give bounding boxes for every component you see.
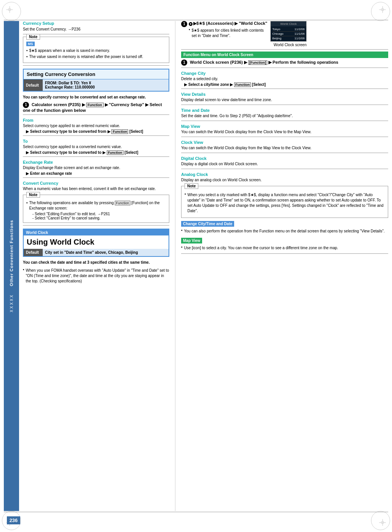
setting-currency-default: Default FROM: Dollar $ TO: Yen ¥ Exchang…	[24, 79, 169, 91]
function-menu-header: Function Menu on World Clock Screen	[181, 52, 388, 58]
change-city-instruction: ▶ Select a city/time zone ▶ Function [Se…	[184, 82, 388, 87]
wc-city-chicago: Chicago11/1/06	[272, 32, 305, 36]
sidebar-label: Other Convenient Functions	[9, 220, 14, 286]
right-step1: 1 ●▶$★$ (Accessories) ▶ "World Clock" Wo…	[181, 21, 388, 47]
intro-text: You can specify currency to be converted…	[23, 95, 169, 100]
right-step-number: 1	[181, 21, 187, 27]
page-outer: Other Convenient Functions XXXXX 236 Cur…	[0, 0, 392, 532]
setting-currency-title: Setting Currency Conversion	[24, 69, 169, 79]
exchange-rate-description: Display Exchange Rate screen and set an …	[23, 165, 169, 171]
right-step2-text: World Clock screen (P236) ▶ [Function] ▶…	[190, 60, 338, 64]
world-clock-screen-label: World Clock screen	[189, 43, 307, 47]
map-view-title: Map View	[181, 124, 388, 129]
crosshair-tr	[381, 8, 384, 11]
right-note-box: Note • When you select a city marked wit…	[181, 186, 388, 218]
clock-view-title: Clock View	[181, 140, 388, 145]
wc-city-beijing: Beijing11/2/06	[272, 36, 305, 40]
right-divider-5	[181, 121, 388, 121]
map-view-section: Map View You can switch the World Clock …	[181, 124, 388, 135]
map-view-note: Map View • Use [icon] to select a city. …	[181, 238, 388, 251]
from-section: From Select currency type applied to an …	[23, 118, 169, 134]
step1-text: Calculator screen (P235) ▶ Function ▶ "C…	[23, 102, 162, 113]
note-label-2: Note	[26, 192, 40, 198]
exchange-rate-title: Exchange Rate	[23, 160, 169, 164]
divider-7	[23, 225, 169, 226]
clock-view-description: You can switch the World Clock display f…	[181, 145, 388, 151]
from-instruction: ▶ Select currency type to be converted f…	[26, 129, 169, 134]
map-view-badge: Map View	[181, 238, 202, 243]
currency-setup-header: Currency Setup	[23, 21, 54, 26]
view-details-section: View Details Display detail screen to vi…	[181, 92, 388, 103]
map-view-note-text: • Use [icon] to select a city. You can m…	[181, 245, 388, 251]
change-city-section: Change City Delete a selected city. ▶ Se…	[181, 71, 388, 87]
time-and-date-title: Time and Date	[181, 108, 388, 113]
content-area: Currency Setup Set the Convert Currency.…	[23, 21, 388, 511]
currency-setup-description: Set the Convert Currency. →P236	[23, 27, 169, 32]
divider-4	[23, 135, 169, 136]
default-value: FROM: Dollar $ TO: Yen ¥ Exchange Rate: …	[43, 79, 169, 91]
divider-6	[23, 177, 169, 178]
world-clock-default-label: Default	[24, 249, 43, 256]
right-step2-number: 1	[181, 60, 187, 66]
wc-screen-header: World Clock	[271, 21, 306, 26]
world-clock-default: Default City set in "Date and Time" abov…	[24, 249, 169, 256]
right-divider-3	[181, 89, 388, 89]
view-details-title: View Details	[181, 92, 388, 97]
note-box-1: Note MS • $★$ appears when a value is sa…	[23, 37, 169, 63]
crosshair-br	[381, 521, 384, 524]
corner-decoration-tl	[2, 2, 21, 21]
digital-clock-section: Digital Clock Display a digital clock on…	[181, 156, 388, 167]
note-label-1: Note	[26, 34, 40, 40]
note-bullet-2: • The value saved in memory is retained …	[26, 54, 166, 60]
right-column: 1 ●▶$★$ (Accessories) ▶ "World Clock" Wo…	[175, 21, 388, 511]
bottom-border	[4, 512, 388, 512]
to-description: Select currency type applied to a conver…	[23, 144, 169, 150]
view-details-description: Display detail screen to view date/time …	[181, 97, 388, 103]
divider-1	[23, 34, 169, 34]
right-divider-2	[181, 68, 388, 68]
divider-2	[23, 65, 169, 66]
world-clock-intro: You can check the date and time at 3 spe…	[23, 260, 169, 265]
right-divider-end	[181, 253, 388, 254]
change-city-time-note: Change City/Time and Date • You can also…	[181, 221, 388, 235]
digital-clock-description: Display a digital clock on World Clock s…	[181, 161, 388, 167]
from-description: Select currency type applied to an enter…	[23, 123, 169, 129]
ms-badge: MS	[26, 42, 35, 46]
time-and-date-section: Time and Date Set the date and time. Go …	[181, 108, 388, 119]
note2-sub2: - Select "Cancel Entry" to cancel saving…	[32, 216, 166, 220]
divider-3	[23, 114, 169, 115]
divider-5	[23, 156, 169, 157]
world-clock-screen: World Clock Tokyo11/2/06 Chicago11/1/06 …	[270, 21, 307, 42]
top-border	[4, 20, 388, 20]
convert-currency-description: When a numeric value has been entered, c…	[23, 186, 169, 192]
wc-cities: Tokyo11/2/06 Chicago11/1/06 Beijing11/2/…	[271, 26, 306, 41]
crosshair-tl	[8, 8, 11, 11]
time-and-date-description: Set the date and time. Go to Step 2 (P50…	[181, 113, 388, 119]
right-divider-1	[181, 49, 388, 50]
change-city-description: Delete a selected city.	[181, 76, 388, 82]
right-step1-bullet: • $★$ appears for cities linked with con…	[189, 27, 267, 39]
change-city-time-badge: Change City/Time and Date	[181, 221, 234, 227]
to-instruction: ▶ Select currency type to be converted t…	[26, 150, 169, 155]
right-divider-8	[181, 169, 388, 169]
from-title: From	[23, 118, 169, 123]
page-number: 236	[7, 516, 20, 524]
right-step2: 1 World Clock screen (P236) ▶ [Function]…	[181, 60, 388, 66]
clock-view-section: Clock View You can switch the World Cloc…	[181, 140, 388, 151]
left-column: Currency Setup Set the Convert Currency.…	[23, 21, 175, 511]
sidebar: Other Convenient Functions XXXXX	[4, 21, 19, 511]
right-divider-4	[181, 105, 388, 105]
note2-bullet-1: • The following operations are available…	[26, 200, 166, 211]
world-clock-header: World Clock	[24, 229, 169, 235]
corner-decoration-br	[371, 511, 390, 530]
to-title: To	[23, 139, 169, 143]
convert-currency-title: Convert Currency	[23, 181, 169, 185]
world-clock-box: World Clock Using World Clock Default Ci…	[23, 229, 169, 257]
world-clock-title: Using World Clock	[24, 235, 169, 249]
right-note-bullet-1: • When you select a city marked with $★$…	[185, 192, 385, 214]
step1: 1 Calculator screen (P235) ▶ Function ▶ …	[23, 102, 169, 113]
default-label: Default	[24, 79, 43, 91]
world-clock-header-text: World Clock	[26, 231, 48, 235]
right-divider-7	[181, 153, 388, 153]
map-view-description: You can switch the World Clock display f…	[181, 129, 388, 135]
